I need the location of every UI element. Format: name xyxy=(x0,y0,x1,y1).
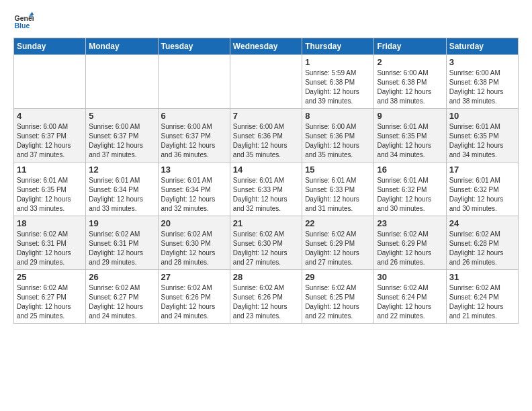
day-info: Sunrise: 6:01 AM Sunset: 6:32 PM Dayligh… xyxy=(449,176,515,214)
day-info: Sunrise: 6:02 AM Sunset: 6:29 PM Dayligh… xyxy=(305,230,371,267)
calendar-cell: 6Sunrise: 6:00 AM Sunset: 6:37 PM Daylig… xyxy=(158,109,230,163)
day-number: 18 xyxy=(17,218,83,228)
day-number: 29 xyxy=(305,272,371,282)
weekday-header-tuesday: Tuesday xyxy=(158,38,230,55)
day-number: 21 xyxy=(233,218,299,228)
calendar-cell: 11Sunrise: 6:01 AM Sunset: 6:35 PM Dayli… xyxy=(14,163,86,216)
calendar-cell: 13Sunrise: 6:01 AM Sunset: 6:34 PM Dayli… xyxy=(158,163,230,216)
calendar-cell xyxy=(230,55,302,109)
day-number: 11 xyxy=(17,165,83,175)
day-info: Sunrise: 6:01 AM Sunset: 6:35 PM Dayligh… xyxy=(449,122,515,160)
day-number: 2 xyxy=(377,57,443,67)
day-info: Sunrise: 6:01 AM Sunset: 6:34 PM Dayligh… xyxy=(161,176,227,214)
day-info: Sunrise: 6:02 AM Sunset: 6:24 PM Dayligh… xyxy=(377,283,443,321)
calendar-cell: 22Sunrise: 6:02 AM Sunset: 6:29 PM Dayli… xyxy=(302,216,374,270)
day-info: Sunrise: 6:01 AM Sunset: 6:35 PM Dayligh… xyxy=(17,176,83,214)
calendar-cell: 1Sunrise: 5:59 AM Sunset: 6:38 PM Daylig… xyxy=(302,55,374,109)
week-row-5: 25Sunrise: 6:02 AM Sunset: 6:27 PM Dayli… xyxy=(14,270,519,324)
week-row-4: 18Sunrise: 6:02 AM Sunset: 6:31 PM Dayli… xyxy=(14,216,519,270)
calendar-cell: 23Sunrise: 6:02 AM Sunset: 6:29 PM Dayli… xyxy=(374,216,446,270)
weekday-header-friday: Friday xyxy=(374,38,446,55)
day-number: 22 xyxy=(305,218,371,228)
day-info: Sunrise: 6:02 AM Sunset: 6:28 PM Dayligh… xyxy=(449,230,515,267)
calendar-cell: 4Sunrise: 6:00 AM Sunset: 6:37 PM Daylig… xyxy=(14,109,86,163)
day-number: 3 xyxy=(449,57,515,67)
calendar-cell: 31Sunrise: 6:02 AM Sunset: 6:24 PM Dayli… xyxy=(446,270,518,324)
header: General Blue xyxy=(13,11,519,31)
day-info: Sunrise: 6:02 AM Sunset: 6:30 PM Dayligh… xyxy=(161,230,227,267)
calendar-cell: 26Sunrise: 6:02 AM Sunset: 6:27 PM Dayli… xyxy=(86,270,158,324)
calendar-table: SundayMondayTuesdayWednesdayThursdayFrid… xyxy=(13,38,519,324)
day-info: Sunrise: 6:02 AM Sunset: 6:26 PM Dayligh… xyxy=(161,283,227,321)
day-number: 25 xyxy=(17,272,83,282)
week-row-3: 11Sunrise: 6:01 AM Sunset: 6:35 PM Dayli… xyxy=(14,163,519,216)
day-number: 26 xyxy=(89,272,154,282)
day-info: Sunrise: 6:00 AM Sunset: 6:38 PM Dayligh… xyxy=(449,68,515,106)
calendar-cell: 18Sunrise: 6:02 AM Sunset: 6:31 PM Dayli… xyxy=(14,216,86,270)
day-number: 9 xyxy=(377,111,443,121)
day-number: 30 xyxy=(377,272,443,282)
day-info: Sunrise: 6:02 AM Sunset: 6:31 PM Dayligh… xyxy=(17,230,83,267)
calendar-cell: 5Sunrise: 6:00 AM Sunset: 6:37 PM Daylig… xyxy=(86,109,158,163)
day-info: Sunrise: 6:01 AM Sunset: 6:34 PM Dayligh… xyxy=(89,176,154,214)
day-info: Sunrise: 6:01 AM Sunset: 6:33 PM Dayligh… xyxy=(233,176,299,214)
weekday-header-monday: Monday xyxy=(86,38,158,55)
weekday-header-row: SundayMondayTuesdayWednesdayThursdayFrid… xyxy=(14,38,519,55)
calendar-cell: 19Sunrise: 6:02 AM Sunset: 6:31 PM Dayli… xyxy=(86,216,158,270)
day-number: 7 xyxy=(233,111,299,121)
calendar-cell: 30Sunrise: 6:02 AM Sunset: 6:24 PM Dayli… xyxy=(374,270,446,324)
calendar-cell: 28Sunrise: 6:02 AM Sunset: 6:26 PM Dayli… xyxy=(230,270,302,324)
calendar-cell: 14Sunrise: 6:01 AM Sunset: 6:33 PM Dayli… xyxy=(230,163,302,216)
day-info: Sunrise: 6:02 AM Sunset: 6:24 PM Dayligh… xyxy=(449,283,515,321)
calendar-cell xyxy=(14,55,86,109)
day-number: 19 xyxy=(89,218,154,228)
calendar-cell: 10Sunrise: 6:01 AM Sunset: 6:35 PM Dayli… xyxy=(446,109,518,163)
day-info: Sunrise: 6:02 AM Sunset: 6:30 PM Dayligh… xyxy=(233,230,299,267)
day-number: 23 xyxy=(377,218,443,228)
day-info: Sunrise: 6:00 AM Sunset: 6:36 PM Dayligh… xyxy=(233,122,299,160)
day-number: 1 xyxy=(305,57,371,67)
day-number: 14 xyxy=(233,165,299,175)
day-number: 31 xyxy=(449,272,515,282)
calendar-cell: 3Sunrise: 6:00 AM Sunset: 6:38 PM Daylig… xyxy=(446,55,518,109)
day-number: 20 xyxy=(161,218,227,228)
day-info: Sunrise: 6:01 AM Sunset: 6:35 PM Dayligh… xyxy=(377,122,443,160)
calendar-cell: 12Sunrise: 6:01 AM Sunset: 6:34 PM Dayli… xyxy=(86,163,158,216)
day-info: Sunrise: 6:02 AM Sunset: 6:25 PM Dayligh… xyxy=(305,283,371,321)
weekday-header-wednesday: Wednesday xyxy=(230,38,302,55)
calendar-cell xyxy=(86,55,158,109)
day-info: Sunrise: 6:00 AM Sunset: 6:37 PM Dayligh… xyxy=(161,122,227,160)
day-info: Sunrise: 6:01 AM Sunset: 6:32 PM Dayligh… xyxy=(377,176,443,214)
day-info: Sunrise: 5:59 AM Sunset: 6:38 PM Dayligh… xyxy=(305,68,371,106)
calendar-cell: 29Sunrise: 6:02 AM Sunset: 6:25 PM Dayli… xyxy=(302,270,374,324)
day-info: Sunrise: 6:02 AM Sunset: 6:29 PM Dayligh… xyxy=(377,230,443,267)
day-info: Sunrise: 6:00 AM Sunset: 6:37 PM Dayligh… xyxy=(89,122,154,160)
day-number: 13 xyxy=(161,165,227,175)
week-row-1: 1Sunrise: 5:59 AM Sunset: 6:38 PM Daylig… xyxy=(14,55,519,109)
calendar-cell: 2Sunrise: 6:00 AM Sunset: 6:38 PM Daylig… xyxy=(374,55,446,109)
day-number: 12 xyxy=(89,165,154,175)
week-row-2: 4Sunrise: 6:00 AM Sunset: 6:37 PM Daylig… xyxy=(14,109,519,163)
day-info: Sunrise: 6:00 AM Sunset: 6:36 PM Dayligh… xyxy=(305,122,371,160)
day-info: Sunrise: 6:02 AM Sunset: 6:31 PM Dayligh… xyxy=(89,230,154,267)
day-number: 24 xyxy=(449,218,515,228)
weekday-header-saturday: Saturday xyxy=(446,38,518,55)
day-info: Sunrise: 6:00 AM Sunset: 6:38 PM Dayligh… xyxy=(377,68,443,106)
calendar-cell: 8Sunrise: 6:00 AM Sunset: 6:36 PM Daylig… xyxy=(302,109,374,163)
calendar-cell: 24Sunrise: 6:02 AM Sunset: 6:28 PM Dayli… xyxy=(446,216,518,270)
calendar-cell: 25Sunrise: 6:02 AM Sunset: 6:27 PM Dayli… xyxy=(14,270,86,324)
day-number: 6 xyxy=(161,111,227,121)
calendar-cell: 7Sunrise: 6:00 AM Sunset: 6:36 PM Daylig… xyxy=(230,109,302,163)
day-number: 5 xyxy=(89,111,154,121)
day-number: 15 xyxy=(305,165,371,175)
day-number: 16 xyxy=(377,165,443,175)
calendar-cell xyxy=(158,55,230,109)
logo: General Blue xyxy=(13,11,34,31)
day-info: Sunrise: 6:00 AM Sunset: 6:37 PM Dayligh… xyxy=(17,122,83,160)
calendar-cell: 27Sunrise: 6:02 AM Sunset: 6:26 PM Dayli… xyxy=(158,270,230,324)
day-info: Sunrise: 6:02 AM Sunset: 6:27 PM Dayligh… xyxy=(89,283,154,321)
calendar-cell: 9Sunrise: 6:01 AM Sunset: 6:35 PM Daylig… xyxy=(374,109,446,163)
calendar-cell: 16Sunrise: 6:01 AM Sunset: 6:32 PM Dayli… xyxy=(374,163,446,216)
day-number: 10 xyxy=(449,111,515,121)
logo-icon: General Blue xyxy=(13,11,34,31)
